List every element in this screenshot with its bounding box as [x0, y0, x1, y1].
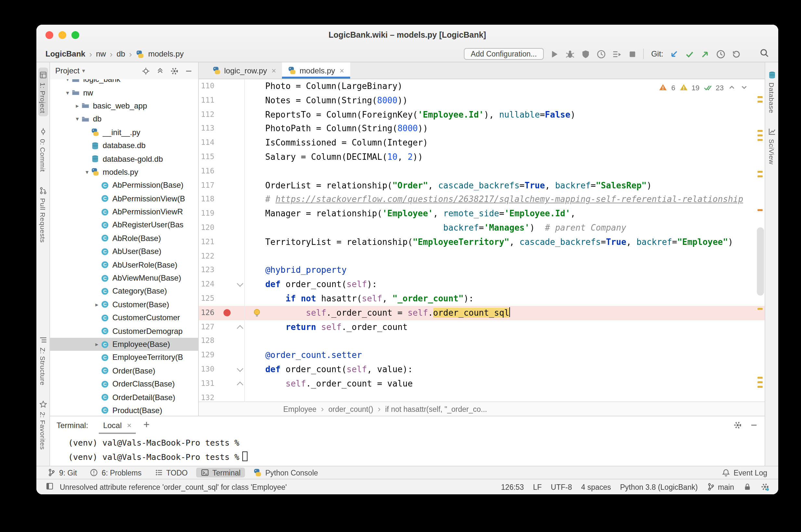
coverage-icon[interactable]	[581, 49, 591, 59]
gutter[interactable]	[216, 306, 245, 320]
stripe-button-pull-requests[interactable]: Pull Requests	[38, 183, 48, 246]
tree-item-employee-base-[interactable]: ▸CEmployee(Base)	[50, 338, 198, 351]
tree-item-abuser-base-[interactable]: CAbUser(Base)	[50, 245, 198, 258]
status-highlight-level[interactable]	[761, 482, 769, 491]
stripe-button-0-commit[interactable]: 0: Commit	[38, 125, 48, 175]
gutter[interactable]	[216, 164, 245, 178]
code-line-118[interactable]: 118 # https://stackoverflow.com/question…	[199, 193, 765, 207]
code-line-131[interactable]: 131 self._order_count = value	[199, 376, 765, 391]
toolwindow-button-9-git[interactable]: 9: Git	[43, 468, 81, 477]
chevron-down-icon[interactable]: ▾	[64, 79, 72, 82]
plus-icon[interactable]	[142, 420, 151, 429]
gutter[interactable]	[216, 108, 245, 122]
status-indent-style[interactable]: 4 spaces	[581, 483, 611, 491]
code-line-111[interactable]: 111 Notes = Column(String(8000))	[199, 94, 765, 108]
code-line-113[interactable]: 113 PhotoPath = Column(String(8000))	[199, 122, 765, 136]
code-line-114[interactable]: 114 IsCommissioned = Column(Integer)	[199, 136, 765, 150]
toolwindow-icon[interactable]	[45, 482, 54, 490]
search-icon[interactable]	[759, 48, 769, 57]
profiler-icon[interactable]	[597, 49, 607, 59]
hide-icon[interactable]	[750, 421, 758, 430]
scrollbar-thumb[interactable]	[757, 227, 764, 296]
stop-icon[interactable]	[628, 49, 637, 59]
tree-item-database-db[interactable]: database.db	[50, 139, 198, 152]
gutter[interactable]	[216, 263, 245, 278]
gutter[interactable]	[216, 278, 245, 292]
status-line-ending[interactable]: LF	[533, 483, 542, 491]
tree-item-product-base-[interactable]: CProduct(Base)	[50, 404, 198, 416]
gutter[interactable]	[216, 235, 245, 249]
editor-scrollbar[interactable]	[756, 79, 765, 401]
commit-icon[interactable]	[685, 49, 694, 59]
code-line-121[interactable]: 121 TerritoryList = relationship("Employ…	[199, 235, 765, 249]
chevron-down-icon[interactable]: ▾	[83, 169, 91, 175]
debug-icon[interactable]	[566, 49, 575, 59]
code-line-125[interactable]: 125 if not hasattr(self, "_order_count")…	[199, 292, 765, 306]
code-editor[interactable]: 110 Photo = Column(LargeBinary)111 Notes…	[199, 79, 765, 401]
chevron-down-icon[interactable]: ▾	[82, 68, 85, 74]
tree-item-customercustomer[interactable]: CCustomerCustomer	[50, 311, 198, 324]
tree-item-database-gold-db[interactable]: database-gold.db	[50, 152, 198, 166]
tree-item-db[interactable]: ▾db	[50, 112, 198, 126]
chevron-right-icon[interactable]: ▸	[93, 301, 101, 308]
toolwindow-button-6-problems[interactable]: 6: Problems	[85, 468, 146, 477]
code-line-124[interactable]: 124 def order_count(self):	[199, 278, 765, 292]
stripe-button-1-project[interactable]: 1: Project	[38, 68, 48, 117]
gutter[interactable]	[216, 136, 245, 150]
gutter[interactable]	[216, 150, 245, 164]
titlebar[interactable]: LogicBank.wiki – models.py [LogicBank]	[36, 25, 778, 45]
gutter[interactable]	[216, 193, 245, 207]
editor-breadcrumb-item[interactable]: if not hasattr(self, "_order_co...	[385, 405, 487, 413]
toolwindow-button-python-console[interactable]: Python Console	[249, 468, 323, 477]
history-icon[interactable]	[716, 49, 726, 59]
tree-item-abpermissionview-b[interactable]: CAbPermissionView(B	[50, 192, 198, 205]
tree-item-category-base-[interactable]: CCategory(Base)	[50, 285, 198, 298]
tree-item-orderclass-base-[interactable]: COrderClass(Base)	[50, 377, 198, 391]
gutter[interactable]	[216, 334, 245, 348]
code-line-117[interactable]: 117 OrderList = relationship("Order", ca…	[199, 178, 765, 193]
terminal-tab-local[interactable]: Local×	[98, 416, 136, 434]
code-line-116[interactable]: 116	[199, 164, 765, 178]
gutter[interactable]	[216, 94, 245, 108]
tree-item-nw[interactable]: ▾nw	[50, 86, 198, 99]
gutter[interactable]	[216, 122, 245, 136]
stripe-button-sciview[interactable]: SciView	[767, 125, 777, 168]
editor-breadcrumb-item[interactable]: order_count()	[328, 405, 373, 413]
code-line-119[interactable]: 119 Manager = relationship('Employee', r…	[199, 207, 765, 221]
push-icon[interactable]	[700, 49, 710, 59]
tree-item-abviewmenu-base-[interactable]: CAbViewMenu(Base)	[50, 271, 198, 285]
chevron-up-icon[interactable]	[728, 83, 736, 92]
code-line-112[interactable]: 112 ReportsTo = Column(ForeignKey('Emplo…	[199, 108, 765, 122]
gutter[interactable]	[216, 221, 245, 235]
breadcrumb-item[interactable]: models.py	[148, 50, 184, 58]
gutter[interactable]	[216, 362, 245, 377]
editor-tab-models-py[interactable]: models.py×	[282, 62, 350, 79]
gutter[interactable]	[216, 320, 245, 334]
gutter[interactable]	[216, 391, 245, 401]
gutter[interactable]	[216, 79, 245, 94]
toolwindow-button-terminal[interactable]: Terminal	[196, 468, 245, 477]
tree-item-customer-base-[interactable]: ▸CCustomer(Base)	[50, 298, 198, 311]
zoom-window-button[interactable]	[72, 31, 79, 39]
terminal-output[interactable]: (venv) val@Vals-MacBook-Pro tests %(venv…	[50, 434, 765, 464]
code-line-127[interactable]: 127 return self._order_count	[199, 320, 765, 334]
chevron-down-icon[interactable]: ▾	[64, 89, 72, 96]
stripe-button-2-favorites[interactable]: 2: Favorites	[38, 397, 48, 453]
status-file-encoding[interactable]: UTF-8	[551, 483, 572, 491]
tree-item-logic-bank[interactable]: ▾logic_bank	[50, 79, 198, 86]
code-line-115[interactable]: 115 Salary = Column(DECIMAL(10, 2))	[199, 150, 765, 164]
breakpoint-icon[interactable]	[224, 309, 231, 316]
settings-icon[interactable]	[170, 66, 179, 75]
chevron-right-icon[interactable]: ▸	[93, 341, 101, 347]
editor-tab-logic-row-py[interactable]: logic_row.py×	[207, 62, 282, 79]
tree-item-abpermission-base-[interactable]: CAbPermission(Base)	[50, 178, 198, 192]
close-icon[interactable]: ×	[127, 421, 132, 430]
breadcrumb-item[interactable]: nw	[96, 50, 106, 58]
tree-item-abregisteruser-bas[interactable]: CAbRegisterUser(Bas	[50, 218, 198, 232]
toolwindow-button-event-log[interactable]: Event Log	[717, 468, 772, 477]
run-icon[interactable]	[550, 49, 560, 59]
code-line-132[interactable]: 132	[199, 391, 765, 401]
hide-icon[interactable]	[185, 66, 193, 75]
code-line-123[interactable]: 123 @hybrid_property	[199, 263, 765, 278]
breadcrumb-item[interactable]: db	[117, 50, 126, 58]
